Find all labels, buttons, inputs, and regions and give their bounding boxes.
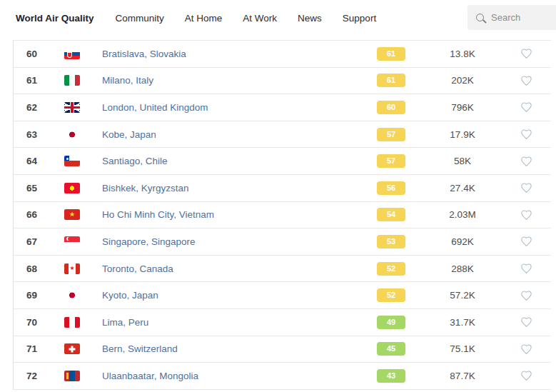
aqi-badge: 45 [377,342,405,356]
table-row[interactable]: 65 Bishkek, Kyrgyzstan 56 27.4K [14,174,551,201]
flag-singapore-icon [64,236,80,247]
nav-world-air-quality[interactable]: World Air Quality [16,13,94,24]
follow-heart-button[interactable] [520,236,532,247]
table-row[interactable]: 70 Lima, Peru 49 31.7K [14,308,551,336]
followers-count: 87.7K [405,371,520,381]
aqi-badge: 61 [377,47,405,61]
city-link[interactable]: Kobe, Japan [102,129,377,140]
followers-count: 288K [405,263,520,274]
flag-peru-icon [64,317,80,328]
follow-heart-button[interactable] [520,129,532,140]
city-link[interactable]: Lima, Peru [102,317,377,328]
followers-count: 31.7K [405,317,520,328]
search-placeholder: Search [491,12,520,23]
followers-count: 692K [405,236,520,247]
aqi-badge: 61 [377,74,405,87]
follow-heart-button[interactable] [520,290,532,301]
table-row[interactable]: 71 Bern, Switzerland 45 75.1K [14,336,551,363]
city-link[interactable]: Bratislava, Slovakia [102,49,377,59]
follow-heart-button[interactable] [520,209,532,221]
flag-chile-icon [64,156,80,166]
table-row[interactable]: 60 Bratislava, Slovakia 61 13.8K [14,40,551,67]
followers-count: 75.1K [405,343,520,354]
table-row[interactable]: 67 Singapore, Singapore 53 692K [14,228,551,255]
city-link[interactable]: Ulaanbaatar, Mongolia [102,371,377,381]
followers-count: 57.2K [405,290,520,301]
rank-label: 61 [26,75,64,86]
table-row[interactable]: 72 Ulaanbaatar, Mongolia 43 87.7K [14,362,551,389]
aqi-badge: 43 [377,369,405,383]
follow-heart-button[interactable] [520,343,532,355]
follow-heart-button[interactable] [520,316,532,328]
flag-mongolia-icon [64,371,80,381]
flag-canada-icon [64,263,80,274]
nav-at-work[interactable]: At Work [243,13,277,24]
search-box[interactable]: Search [467,5,556,30]
followers-count: 27.4K [405,183,520,194]
rank-label: 60 [26,49,64,59]
nav-news[interactable]: News [298,13,322,24]
table-row[interactable]: 66 Ho Chi Minh City, Vietnam 54 2.03M [14,201,551,228]
search-icon [476,14,484,21]
follow-heart-button[interactable] [520,263,532,274]
aqi-badge: 57 [377,128,405,141]
follow-heart-button[interactable] [520,101,532,113]
rank-label: 67 [26,236,64,247]
city-link[interactable]: Kyoto, Japan [102,290,377,301]
city-link[interactable]: Ho Chi Minh City, Vietnam [102,209,377,220]
flag-japan-icon [64,129,80,140]
rank-label: 64 [26,156,64,166]
aqi-badge: 60 [377,101,405,114]
nav-at-home[interactable]: At Home [185,13,223,24]
aqi-badge: 49 [377,316,405,329]
follow-heart-button[interactable] [520,75,532,86]
rank-label: 65 [26,183,64,194]
rank-label: 72 [26,371,64,381]
table-row[interactable]: 63 Kobe, Japan 57 17.9K [14,121,551,148]
follow-heart-button[interactable] [520,48,532,59]
flag-slovakia-icon [64,49,80,59]
nav-support[interactable]: Support [343,13,376,24]
flag-japan-icon [64,290,80,301]
rank-label: 62 [26,102,64,113]
aqi-badge: 56 [377,181,405,195]
rank-label: 63 [26,129,64,140]
aqi-badge: 52 [377,262,405,276]
city-link[interactable]: Milano, Italy [102,75,377,86]
followers-count: 2.03M [405,209,520,220]
aqi-badge: 52 [377,288,405,302]
rank-label: 66 [26,209,64,220]
table-row[interactable]: 61 Milano, Italy 61 202K [14,67,551,94]
city-ranking-table: 60 Bratislava, Slovakia 61 13.8K 61 Mila… [13,40,551,390]
city-link[interactable]: Bishkek, Kyrgyzstan [102,183,377,194]
flag-vietnam-icon [64,209,80,220]
flag-kyrgyzstan-icon [64,183,80,194]
followers-count: 202K [405,75,520,86]
nav-community[interactable]: Community [116,13,164,24]
city-link[interactable]: Singapore, Singapore [102,236,377,247]
flag-united-kingdom-icon [64,102,80,113]
aqi-badge: 54 [377,208,405,221]
follow-heart-button[interactable] [520,370,532,381]
flag-switzerland-icon [64,343,80,354]
followers-count: 796K [405,102,520,113]
followers-count: 17.9K [405,129,520,140]
aqi-badge: 57 [377,154,405,168]
rank-label: 68 [26,263,64,274]
aqi-badge: 53 [377,235,405,248]
city-link[interactable]: Santiago, Chile [102,156,377,166]
rank-label: 69 [26,290,64,301]
table-row[interactable]: 68 Toronto, Canada 52 288K [14,255,551,282]
follow-heart-button[interactable] [520,182,532,194]
city-link[interactable]: Toronto, Canada [102,263,377,274]
city-link[interactable]: London, United Kingdom [102,102,377,113]
table-row[interactable]: 64 Santiago, Chile 57 58K [14,147,551,174]
rank-label: 71 [26,343,64,354]
page: World Air Quality Community At Home At W… [0,0,556,392]
flag-italy-icon [64,75,80,86]
table-row[interactable]: 69 Kyoto, Japan 52 57.2K [14,281,551,308]
city-link[interactable]: Bern, Switzerland [102,343,377,354]
rank-label: 70 [26,317,64,328]
table-row[interactable]: 62 London, United Kingdom 60 796K [14,94,551,121]
follow-heart-button[interactable] [520,156,532,167]
